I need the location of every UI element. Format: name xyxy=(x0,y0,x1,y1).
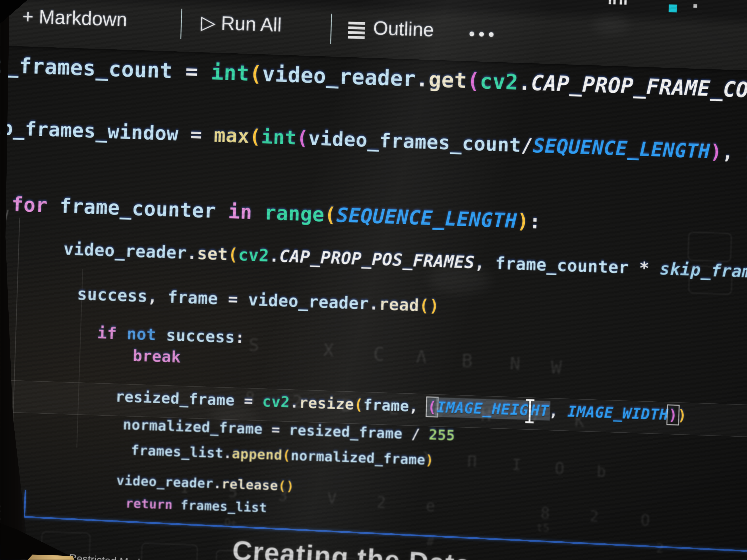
code-line: if not success: xyxy=(97,323,245,347)
code-token: video_reader xyxy=(262,62,416,91)
reflected-key-glyph: C xyxy=(373,343,385,365)
reflected-key-glyph: 2 xyxy=(292,392,303,411)
reflected-key-outline xyxy=(688,265,732,295)
code-line: return frames_list xyxy=(125,496,267,515)
code-token: video_reader xyxy=(248,290,369,313)
run-all-button[interactable]: ▷ Run All xyxy=(201,11,282,36)
code-token: ( xyxy=(282,447,291,463)
code-token: frame xyxy=(168,287,218,308)
code-token: 255 xyxy=(429,426,455,444)
code-token: / xyxy=(521,134,533,157)
code-token: normalized_frame xyxy=(290,447,426,468)
code-token: * xyxy=(628,258,660,278)
code-token: = xyxy=(178,123,214,146)
code-token xyxy=(156,325,166,345)
code-token: . xyxy=(415,67,429,91)
code-token: . xyxy=(269,246,280,266)
reflected-key-glyph: t5 xyxy=(536,521,550,534)
code-token: success xyxy=(166,326,235,347)
reflected-key-glyph: N xyxy=(510,353,521,374)
reflected-key-outline xyxy=(215,550,273,560)
more-actions-button[interactable]: ••• xyxy=(468,24,498,45)
outline-button[interactable]: Outline xyxy=(373,17,434,41)
code-token: video_reader xyxy=(116,473,214,491)
reflected-key-glyph: D xyxy=(341,395,352,416)
code-token: ( xyxy=(296,127,309,149)
clipped-content-fragment: ▄ xyxy=(669,0,677,12)
code-token: ) xyxy=(668,406,678,424)
code-token: : xyxy=(529,210,541,233)
reflected-key-glyph: S xyxy=(249,335,259,355)
reflected-key-glyph: 2 xyxy=(377,493,386,511)
reflected-key-glyph: 2 xyxy=(589,507,599,525)
code-token: ( xyxy=(228,245,238,265)
code-token: . xyxy=(518,70,532,95)
code-token: frame_counter xyxy=(59,194,216,222)
reflected-key-glyph: 45 xyxy=(695,140,707,152)
plus-icon: + xyxy=(22,5,34,27)
code-token: return xyxy=(125,496,173,512)
code-token: , xyxy=(409,398,428,416)
reflected-key-glyph: B xyxy=(461,350,473,372)
outline-icon xyxy=(348,22,365,39)
reflected-key-glyph: X xyxy=(323,340,334,361)
reflected-key-glyph: 8 xyxy=(245,389,255,408)
code-token: () xyxy=(419,296,440,316)
code-line: for frame_counter in range(SEQUENCE_LENG… xyxy=(11,193,541,233)
reflected-key-glyph: K xyxy=(574,411,585,431)
code-token: / xyxy=(402,426,429,443)
cell-border-left xyxy=(24,490,26,517)
code-token: = xyxy=(172,59,211,84)
code-token xyxy=(216,199,229,223)
reflected-key-glyph: λ xyxy=(422,449,432,468)
code-token: in xyxy=(228,200,253,223)
code-token: if xyxy=(97,323,117,343)
code-token: SEQUENCE_LENGTH xyxy=(336,204,517,233)
vscode-notebook: + Markdown ▷ Run All Outline ••• ""▄▪ xyxy=(0,0,747,560)
code-token: int xyxy=(211,60,250,86)
code-token: : xyxy=(235,328,245,347)
reflected-key-glyph: e xyxy=(426,497,435,515)
code-token xyxy=(252,201,265,224)
code-token: . xyxy=(223,445,232,461)
code-token: get xyxy=(428,67,467,93)
reflected-key-glyph: 1 xyxy=(180,479,189,497)
glare-smudge xyxy=(593,17,629,33)
reflected-key-glyph: E xyxy=(389,399,399,418)
code-token: = xyxy=(218,289,249,309)
code-line: video_reader.set(cv2.CAP_PROP_POS_FRAMES… xyxy=(63,239,747,282)
reflected-key-glyph: # xyxy=(426,534,434,549)
code-token: for xyxy=(11,193,48,217)
code-line: ip_frames_window = max(int(video_frames_… xyxy=(0,116,747,164)
code-token: range xyxy=(264,201,325,226)
code-token xyxy=(117,324,127,343)
code-token xyxy=(173,497,181,512)
code-token: ) xyxy=(517,210,530,233)
reflected-key-glyph: 7 xyxy=(530,408,540,427)
code-token: frame_counter xyxy=(495,254,629,277)
add-markdown-button[interactable]: + Markdown xyxy=(22,5,127,31)
reflected-key-glyph: O xyxy=(640,511,650,529)
reflected-key-outline xyxy=(688,232,732,262)
glare-smudge xyxy=(210,406,257,427)
code-token: = xyxy=(262,421,289,438)
code-line: frames_list.append(normalized_frame) xyxy=(131,442,434,468)
reflected-key-glyph: 2 xyxy=(656,541,664,556)
glare-smudge xyxy=(429,266,491,293)
code-token: . xyxy=(213,476,222,491)
code-token: ) xyxy=(677,406,687,424)
code-token: ( xyxy=(354,396,363,414)
reflected-key-glyph: e xyxy=(433,401,444,421)
reflected-key-glyph: 8 xyxy=(540,504,550,523)
reflected-key-glyph: 3 xyxy=(278,486,288,505)
code-token: ( xyxy=(249,61,263,86)
code-token: , xyxy=(722,141,746,164)
code-token: resized_frame xyxy=(289,422,403,442)
clipped-content-fragment: "" xyxy=(606,0,629,18)
reflected-key-glyph: O+ xyxy=(224,516,237,528)
screen-tilt-wrapper: + Markdown ▷ Run All Outline ••• ""▄▪ xyxy=(0,0,747,560)
code-token: SEQUENCE_LENGTH xyxy=(533,134,711,163)
reflected-key-glyph: Λ xyxy=(416,347,427,367)
code-token: cv2 xyxy=(480,69,519,95)
code-token: . xyxy=(368,294,379,314)
